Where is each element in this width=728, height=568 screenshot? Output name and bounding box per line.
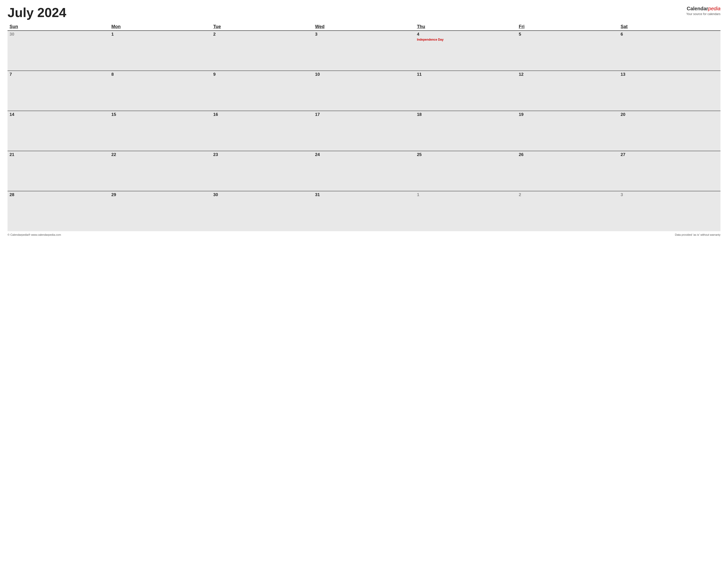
day-number: 22 [111,152,209,157]
day-number: 9 [213,72,311,77]
calendar-cell: 24 [313,151,415,191]
day-number: 14 [10,112,107,117]
calendar-cell: 16 [211,111,313,151]
day-number: 21 [10,152,107,157]
footer-left: © Calendarpedia® www.calendarpedia.com [8,233,61,236]
calendar-cell: 2 [211,31,313,71]
calendar-cell: 20 [619,111,720,151]
day-number: 10 [315,72,413,77]
calendar-cell: 27 [619,151,720,191]
day-of-week-thu: Thu [415,23,517,31]
day-number: 18 [417,112,515,117]
calendar-cell: 12 [517,71,619,111]
calendar-cell: 18 [415,111,517,151]
calendar-cell: 2 [517,191,619,231]
calendar-cell: 8 [109,71,211,111]
day-of-week-tue: Tue [211,23,313,31]
month-title: July 2024 [8,5,66,20]
days-of-week-row: SunMonTueWedThuFriSat [8,23,720,31]
calendar-cell: 21 [8,151,109,191]
brand-subtitle: Your source for calendars [686,12,720,16]
day-number: 19 [519,112,617,117]
week-row-5: 28293031123 [8,191,720,231]
day-number: 24 [315,152,413,157]
calendar-cell: 5 [517,31,619,71]
day-number: 30 [213,192,311,197]
calendar-cell: 13 [619,71,720,111]
calendar-cell: 4Independence Day [415,31,517,71]
calendar-header: SunMonTueWedThuFriSat [8,23,720,31]
brand-logo: Calendarpedia Your source for calendars [686,5,720,16]
calendar-cell: 9 [211,71,313,111]
calendar-cell: 19 [517,111,619,151]
day-of-week-wed: Wed [313,23,415,31]
calendar-cell: 30 [8,31,109,71]
day-number: 2 [519,192,617,197]
day-number: 29 [111,192,209,197]
day-number: 1 [417,192,515,197]
day-number: 17 [315,112,413,117]
day-of-week-mon: Mon [109,23,211,31]
calendar-cell: 3 [313,31,415,71]
day-number: 31 [315,192,413,197]
calendar-cell: 1 [415,191,517,231]
calendar-cell: 10 [313,71,415,111]
day-number: 25 [417,152,515,157]
day-number: 23 [213,152,311,157]
day-number: 6 [621,32,718,37]
day-of-week-fri: Fri [517,23,619,31]
calendar-cell: 25 [415,151,517,191]
day-number: 15 [111,112,209,117]
day-number: 2 [213,32,311,37]
day-number: 5 [519,32,617,37]
calendar-cell: 11 [415,71,517,111]
calendar-cell: 15 [109,111,211,151]
calendar-cell: 14 [8,111,109,151]
page-header: July 2024 Calendarpedia Your source for … [8,5,720,20]
week-row-2: 78910111213 [8,71,720,111]
holiday-label: Independence Day [417,38,515,41]
week-row-1: 301234Independence Day56 [8,31,720,71]
calendar-cell: 1 [109,31,211,71]
calendar-cell: 6 [619,31,720,71]
week-row-3: 14151617181920 [8,111,720,151]
week-row-4: 21222324252627 [8,151,720,191]
day-number: 4 [417,32,515,37]
calendar-cell: 29 [109,191,211,231]
calendar-cell: 30 [211,191,313,231]
day-number: 1 [111,32,209,37]
day-number: 12 [519,72,617,77]
calendar-cell: 17 [313,111,415,151]
brand-name: Calendarpedia [686,5,720,12]
day-number: 26 [519,152,617,157]
calendar-cell: 26 [517,151,619,191]
day-number: 8 [111,72,209,77]
calendar-cell: 7 [8,71,109,111]
calendar-body: 301234Independence Day567891011121314151… [8,31,720,231]
day-number: 16 [213,112,311,117]
day-number: 20 [621,112,718,117]
calendar-cell: 22 [109,151,211,191]
day-of-week-sat: Sat [619,23,720,31]
footer-right: Data provided 'as is' without warranty [675,233,720,236]
day-number: 11 [417,72,515,77]
day-number: 27 [621,152,718,157]
calendar-table: SunMonTueWedThuFriSat 301234Independence… [8,23,720,231]
day-number: 3 [621,192,718,197]
calendar-cell: 28 [8,191,109,231]
day-number: 13 [621,72,718,77]
day-number: 28 [10,192,107,197]
day-number: 30 [10,32,107,37]
day-number: 7 [10,72,107,77]
page-footer: © Calendarpedia® www.calendarpedia.com D… [8,233,720,236]
day-number: 3 [315,32,413,37]
day-of-week-sun: Sun [8,23,109,31]
calendar-cell: 23 [211,151,313,191]
calendar-cell: 3 [619,191,720,231]
calendar-cell: 31 [313,191,415,231]
